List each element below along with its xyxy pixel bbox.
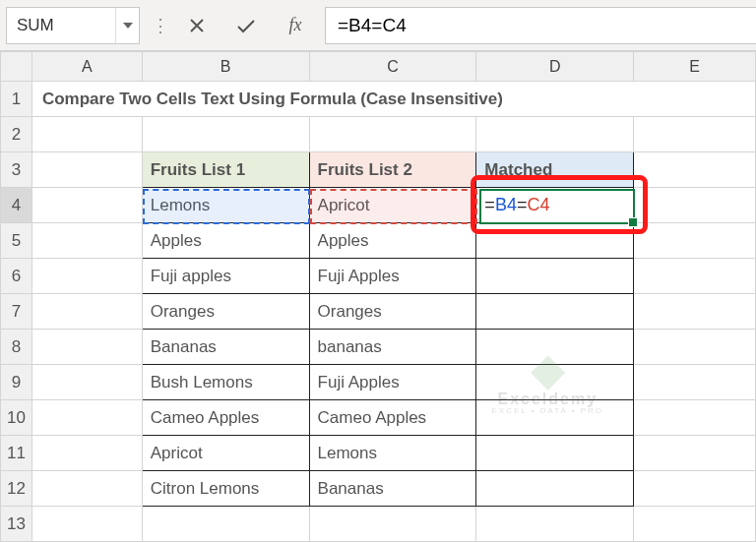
name-box-dropdown[interactable] <box>115 8 139 43</box>
formula-ref-c4: C4 <box>527 195 549 214</box>
cell-C11[interactable]: Lemons <box>309 436 476 471</box>
cell-B8[interactable]: Bananas <box>142 330 309 365</box>
cell-E11[interactable] <box>634 436 756 471</box>
row-header-6[interactable]: 6 <box>1 259 32 294</box>
cell-B2[interactable] <box>142 117 309 152</box>
formula-eq2: = <box>517 195 528 214</box>
name-box[interactable] <box>7 16 115 35</box>
cell-D6[interactable] <box>476 259 634 294</box>
cell-D12[interactable] <box>476 471 634 507</box>
cell-B10[interactable]: Cameo Apples <box>142 400 309 436</box>
row-2: 2 <box>1 117 756 152</box>
cell-B7[interactable]: Oranges <box>142 294 309 330</box>
col-header-B[interactable]: B <box>142 52 309 82</box>
cancel-icon[interactable] <box>185 14 209 37</box>
cell-C2[interactable] <box>309 117 476 152</box>
col-header-D[interactable]: D <box>476 52 634 82</box>
name-box-container <box>6 7 140 44</box>
cell-C13[interactable] <box>309 507 476 542</box>
cell-A2[interactable] <box>32 117 142 152</box>
cell-B6[interactable]: Fuji apples <box>142 259 309 294</box>
cell-B4[interactable]: Lemons <box>142 188 309 223</box>
cell-A9[interactable] <box>32 365 142 400</box>
row-1: 1 Compare Two Cells Text Using Formula (… <box>1 82 756 117</box>
cell-E6[interactable] <box>634 259 756 294</box>
cell-E10[interactable] <box>634 400 756 436</box>
enter-icon[interactable] <box>234 14 258 37</box>
cell-E7[interactable] <box>634 294 756 330</box>
worksheet[interactable]: A B C D E 1 Compare Two Cells Text Using… <box>0 51 756 542</box>
cell-C10[interactable]: Cameo Apples <box>309 400 476 436</box>
row-header-12[interactable]: 12 <box>1 471 32 507</box>
cell-C5[interactable]: Apples <box>309 223 476 259</box>
cell-D7[interactable] <box>476 294 634 330</box>
col-header-C[interactable]: C <box>309 52 476 82</box>
cell-A12[interactable] <box>32 471 142 507</box>
row-header-8[interactable]: 8 <box>1 330 32 365</box>
cell-A6[interactable] <box>32 259 142 294</box>
cell-A10[interactable] <box>32 400 142 436</box>
cell-E9[interactable] <box>634 365 756 400</box>
cell-D11[interactable] <box>476 436 634 471</box>
cell-C8[interactable]: bananas <box>309 330 476 365</box>
cell-B12[interactable]: Citron Lemons <box>142 471 309 507</box>
cell-A8[interactable] <box>32 330 142 365</box>
row-header-1[interactable]: 1 <box>1 82 32 117</box>
row-4: 4 Lemons Apricot =B4=C4 <box>1 188 756 223</box>
cell-E3[interactable] <box>634 152 756 188</box>
row-header-13[interactable]: 13 <box>1 507 32 542</box>
cell-A3[interactable] <box>32 152 142 188</box>
cell-E8[interactable] <box>634 330 756 365</box>
select-all-corner[interactable] <box>1 52 32 82</box>
cell-C12[interactable]: Bananas <box>309 471 476 507</box>
cell-B11[interactable]: Apricot <box>142 436 309 471</box>
row-header-11[interactable]: 11 <box>1 436 32 471</box>
cell-D10[interactable] <box>476 400 634 436</box>
cell-D2[interactable] <box>476 117 634 152</box>
cell-E5[interactable] <box>634 223 756 259</box>
cell-E4[interactable] <box>634 188 756 223</box>
col-header-A[interactable]: A <box>32 52 142 82</box>
formula-input[interactable] <box>325 7 756 44</box>
cell-D8[interactable] <box>476 330 634 365</box>
row-5: 5 Apples Apples <box>1 223 756 259</box>
row-7: 7 Oranges Oranges <box>1 294 756 330</box>
page-title[interactable]: Compare Two Cells Text Using Formula (Ca… <box>32 82 755 117</box>
header-fruits-list-2[interactable]: Fruits List 2 <box>309 152 476 188</box>
row-header-10[interactable]: 10 <box>1 400 32 436</box>
cell-B5[interactable]: Apples <box>142 223 309 259</box>
cell-A13[interactable] <box>32 507 142 542</box>
formula-ref-b4: B4 <box>495 195 517 214</box>
cell-E12[interactable] <box>634 471 756 507</box>
row-header-2[interactable]: 2 <box>1 117 32 152</box>
cell-E13[interactable] <box>634 507 756 542</box>
cell-A4[interactable] <box>32 188 142 223</box>
row-12: 12 Citron Lemons Bananas <box>1 471 756 507</box>
cell-A7[interactable] <box>32 294 142 330</box>
col-header-E[interactable]: E <box>634 52 756 82</box>
row-header-4[interactable]: 4 <box>1 188 32 223</box>
cell-C9[interactable]: Fuji Apples <box>309 365 476 400</box>
cell-D13[interactable] <box>476 507 634 542</box>
cell-D5[interactable] <box>476 223 634 259</box>
header-matched[interactable]: Matched <box>476 152 634 188</box>
cell-A5[interactable] <box>32 223 142 259</box>
cell-D9[interactable] <box>476 365 634 400</box>
formula-bar: ⋮ fx <box>0 0 756 51</box>
row-header-3[interactable]: 3 <box>1 152 32 188</box>
cell-B9[interactable]: Bush Lemons <box>142 365 309 400</box>
cell-A11[interactable] <box>32 436 142 471</box>
row-header-7[interactable]: 7 <box>1 294 32 330</box>
cell-C4[interactable]: Apricot <box>309 188 476 223</box>
row-10: 10 Cameo Apples Cameo Apples <box>1 400 756 436</box>
grid: A B C D E 1 Compare Two Cells Text Using… <box>0 51 756 542</box>
fx-icon[interactable]: fx <box>284 14 307 37</box>
cell-B13[interactable] <box>142 507 309 542</box>
cell-D4[interactable]: =B4=C4 <box>476 188 634 223</box>
cell-C7[interactable]: Oranges <box>309 294 476 330</box>
row-header-9[interactable]: 9 <box>1 365 32 400</box>
cell-C6[interactable]: Fuji Apples <box>309 259 476 294</box>
header-fruits-list-1[interactable]: Fruits List 1 <box>142 152 309 188</box>
row-header-5[interactable]: 5 <box>1 223 32 259</box>
cell-E2[interactable] <box>634 117 756 152</box>
